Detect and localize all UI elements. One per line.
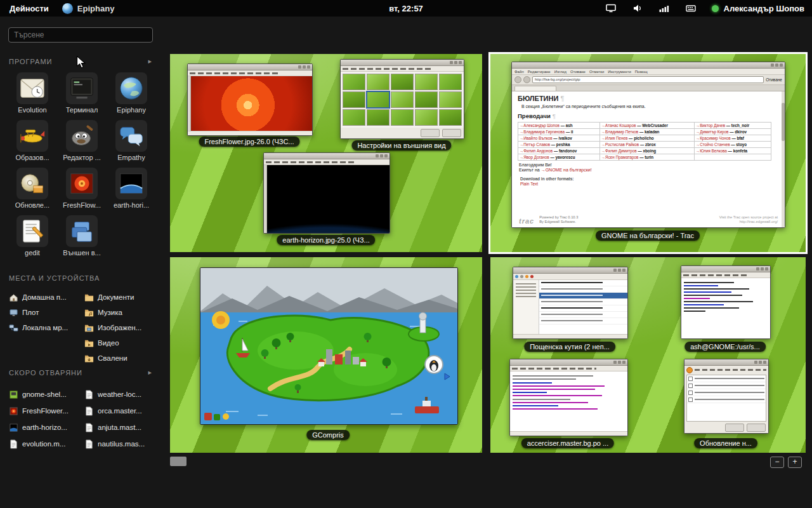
workspace-3[interactable]: GCompris (170, 257, 482, 453)
recent-item-weather-loc[interactable]: weather-loc... (84, 386, 160, 403)
programs-expand-arrow[interactable]: ▸ (148, 57, 152, 65)
visit-text: Visit the Trac open source project at ht… (708, 215, 778, 225)
window-gcompris[interactable] (200, 267, 458, 425)
recent-label: gnome-shel... (22, 391, 67, 398)
translator-cell: →Филип Андонов — fandonov (518, 148, 600, 154)
window-label-po[interactable]: accerciser.master.bg.po ... (521, 438, 614, 448)
window-evolution-mail[interactable] (513, 267, 628, 339)
titlebar (341, 60, 464, 66)
window-label-trac[interactable]: GNOME на български! - Trac (596, 231, 700, 241)
place-item-downloads[interactable]: Свалени (84, 351, 160, 366)
image-file-icon (9, 390, 18, 399)
workspaces-area: FreshFlower.jpg-26.0 (ЧЗС... Настройки н… (170, 54, 808, 453)
window-label-appearance[interactable]: Настройки на външния вид (351, 140, 451, 150)
display-icon[interactable] (605, 3, 617, 14)
document-file-icon (84, 390, 94, 399)
window-appearance-settings[interactable] (340, 59, 464, 139)
menubar (188, 70, 312, 76)
window-terminal[interactable] (681, 265, 771, 339)
translator-cell: →Илия Пенев — picholicho (599, 135, 694, 142)
translators-table: →Александър Шопов — ash →Атанас Кошаров … (518, 122, 771, 161)
trac-logo: trac (519, 217, 534, 225)
appearance-icon (66, 215, 98, 247)
back-icon (514, 76, 521, 83)
place-item-desktop[interactable]: Плот (9, 305, 84, 320)
app-item-evolution[interactable]: Evolution (8, 70, 57, 116)
terminal-icon (66, 72, 98, 104)
translator-cell: →Александър Шопов — ash (518, 123, 600, 129)
network-signal-icon[interactable] (658, 3, 670, 14)
volume-icon[interactable] (632, 3, 643, 14)
window-label-freshflower[interactable]: FreshFlower.jpg-26.0 (ЧЗС... (199, 137, 299, 147)
user-menu[interactable]: Александър Шопов (712, 4, 804, 13)
place-item-documents[interactable]: Документи (84, 290, 160, 305)
places-header-label: МЕСТА И УСТРОЙСТВА (9, 274, 100, 282)
window-label-mail[interactable]: Пощенска кутия (2 неп... (524, 342, 615, 352)
place-item-network[interactable]: Локална мр... (9, 320, 84, 335)
gcompris-scene (200, 268, 457, 424)
place-item-home[interactable]: Домашна п... (9, 290, 84, 305)
focused-app-indicator[interactable]: Epiphany (62, 3, 115, 14)
window-label-update[interactable]: Обновление н... (694, 438, 757, 448)
translator-cell: →Красимир Чонов — bfaf (694, 135, 771, 142)
place-label: Изображен... (98, 324, 141, 331)
workspace-2-active[interactable]: Файл Редактиране Изглед Отиване Отметки … (490, 54, 806, 252)
app-item-terminal[interactable]: Терминал (57, 70, 107, 116)
recent-item-anjuta[interactable]: anjuta.mast... (84, 419, 160, 436)
app-item-earth[interactable]: earth-hori... (107, 165, 156, 211)
place-item-videos[interactable]: Видео (84, 335, 160, 351)
terminal-output (681, 278, 770, 338)
app-item-gimp[interactable]: Редактор ... (57, 117, 107, 164)
recent-item-orca[interactable]: orca.master... (84, 403, 160, 419)
workspace-4[interactable]: Пощенска кутия (2 неп... ash@GNOME:/usr/… (490, 257, 806, 453)
app-item-empathy[interactable]: Empathy (107, 117, 156, 164)
place-item-pictures[interactable]: Изображен... (84, 320, 160, 335)
recent-item-freshflower[interactable]: FreshFlower... (9, 403, 84, 419)
workspace-pager-handle[interactable] (170, 457, 187, 466)
activities-button[interactable]: Дейности (0, 0, 58, 17)
keyboard-icon[interactable] (685, 3, 697, 14)
document-file-icon (84, 406, 94, 416)
update-list (686, 375, 766, 422)
recent-list: gnome-shel... FreshFlower... earth-horiz… (9, 386, 160, 452)
window-epiphany-trac[interactable]: Файл Редактиране Изглед Отиване Отметки … (511, 62, 785, 228)
app-item-updates[interactable]: Обновле... (8, 165, 57, 211)
place-item-music[interactable]: Музика (84, 305, 160, 320)
recent-item-earth-horizon[interactable]: earth-horizo... (9, 419, 84, 436)
recent-item-nautilus[interactable]: nautilus.mas... (84, 436, 160, 452)
recent-expand-arrow[interactable]: ▸ (148, 368, 152, 377)
window-label-earth[interactable]: earth-horizon.jpg-25.0 (ЧЗ... (277, 235, 375, 245)
page-paragraph: В секция „Бюлетини“ са периодичните съоб… (521, 104, 779, 109)
page-heading-1: БЮЛЕТИНИ¶ (518, 95, 779, 102)
recent-header: СКОРО ОТВАРЯНИ ▸ (9, 368, 152, 377)
window-earth-gimp[interactable] (263, 152, 390, 234)
recent-label: weather-loc... (98, 391, 141, 398)
app-item-freshflower[interactable]: FreshFlow... (57, 165, 107, 211)
page-heading-2: Преводачи¶ (518, 112, 779, 119)
places-column-2: Документи Музика Изображен... Видео Свал… (84, 290, 160, 366)
document-file-icon (9, 439, 18, 449)
add-workspace-button[interactable]: + (788, 457, 802, 468)
app-item-gedit[interactable]: gedit (8, 213, 57, 259)
recent-item-gnome-shell[interactable]: gnome-shel... (9, 386, 84, 403)
app-item-epiphany[interactable]: Epiphany (107, 70, 156, 116)
window-freshflower-gimp[interactable] (187, 64, 313, 136)
recent-item-evolution-file[interactable]: evolution.m... (9, 436, 84, 452)
search-input[interactable] (8, 27, 153, 43)
software-update-icon (16, 168, 48, 199)
window-update-manager[interactable] (684, 359, 769, 434)
window-label-terminal[interactable]: ash@GNOME:/usr/s... (684, 342, 766, 352)
window-label-gcompris[interactable]: GCompris (306, 430, 350, 440)
places-list: Домашна п... Плот Локална мр... Документ… (9, 290, 160, 366)
app-item-gcompris[interactable]: Образов... (8, 117, 57, 164)
focused-app-name: Epiphany (77, 4, 115, 13)
workspace-1[interactable]: FreshFlower.jpg-26.0 (ЧЗС... Настройки н… (170, 54, 482, 252)
window-po-editor[interactable] (509, 359, 628, 436)
epiphany-icon (62, 3, 73, 14)
thanks-line: Благодарим Ви! (519, 163, 779, 167)
remove-workspace-button[interactable]: − (770, 457, 784, 468)
document-file-icon (84, 423, 94, 432)
translator-cell (694, 154, 771, 161)
app-item-appearance[interactable]: Външен в... (57, 213, 107, 259)
clock[interactable]: вт, 22:57 (389, 4, 423, 13)
